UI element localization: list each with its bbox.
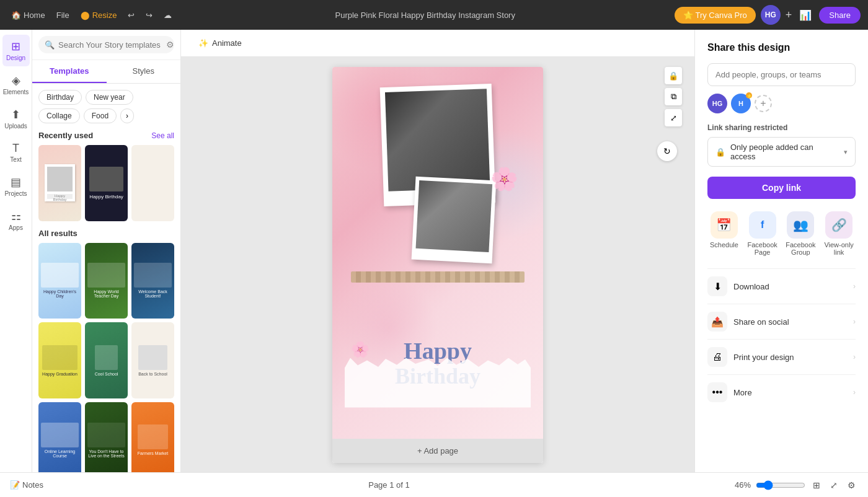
share-panel: Share this design HG H ⭐ + Link sharing …	[694, 30, 868, 472]
canvas-area: ✨ Animate 🔒 ⧉ ⤢ ↻	[181, 30, 694, 472]
template-thumb-6[interactable]: Welcome Back Student!	[131, 243, 174, 319]
link-sharing-section: Link sharing restricted 🔒 Only people ad…	[707, 123, 856, 167]
tag-food[interactable]: Food	[84, 108, 117, 123]
share-on-social-option[interactable]: 📤 Share on social ›	[707, 304, 856, 339]
facebook-group-action[interactable]: 👥 Facebook Group	[784, 211, 818, 256]
copy-link-button[interactable]: Copy link	[707, 177, 856, 199]
tag-collage[interactable]: Collage	[38, 108, 80, 123]
panel-tabs: Templates Styles	[32, 60, 180, 84]
add-page-button[interactable]: + Add page	[332, 439, 543, 463]
see-all-link[interactable]: See all	[151, 131, 174, 140]
file-button[interactable]: File	[53, 8, 73, 22]
notes-button[interactable]: 📝 Notes	[10, 480, 43, 490]
tag-birthday[interactable]: Birthday	[38, 90, 82, 105]
template-thumb-8[interactable]: Cool School	[85, 322, 128, 398]
resize-button[interactable]: ⬤ Resize	[77, 8, 121, 22]
template-thumb-12[interactable]: Farmers Market	[131, 402, 174, 472]
share-actions-grid: 📅 Schedule f Facebook Page 👥 Facebook Gr…	[707, 211, 856, 256]
print-label: Print your design	[733, 353, 853, 362]
template-thumb-4[interactable]: Happy Children's Day	[38, 243, 81, 319]
download-icon: ⬇	[707, 276, 727, 296]
topbar-right: ⭐ Try Canva Pro HG + 📊 Share	[675, 5, 861, 25]
search-input[interactable]	[58, 40, 162, 50]
facebook-page-label: Facebook Page	[746, 241, 779, 256]
canvas-design[interactable]: 🌸 🌸 Happy Birthday	[332, 67, 543, 439]
facebook-page-action[interactable]: f Facebook Page	[746, 211, 779, 256]
template-thumb-5[interactable]: Happy World Teacher Day	[85, 243, 128, 319]
share-social-label: Share on social	[733, 317, 853, 327]
link-sharing-label: Link sharing restricted	[707, 123, 856, 132]
sidebar-item-design[interactable]: ⊞ Design	[2, 35, 30, 66]
tag-newyear[interactable]: New year	[86, 90, 133, 105]
analytics-button[interactable]: 📊	[797, 7, 814, 24]
animate-icon: ✨	[198, 38, 208, 48]
left-sidebar: ⊞ Design ◈ Elements ⬆ Uploads T Text ▤ P…	[0, 30, 32, 472]
all-results-grid: Happy Children's Day Happy World Teacher…	[38, 243, 174, 472]
template-thumb-1[interactable]: Happy Birthday	[38, 145, 81, 221]
template-thumb-3[interactable]	[131, 145, 174, 221]
facebook-page-icon: f	[749, 211, 776, 239]
sidebar-item-text[interactable]: T Text	[2, 137, 30, 168]
facebook-group-icon: 👥	[787, 211, 814, 239]
user-avatar-hg[interactable]: HG	[761, 5, 781, 25]
expand-button[interactable]: ⤢	[665, 109, 682, 126]
bottom-right: 46% ⊞ ⤢ ⚙	[735, 478, 858, 493]
recently-used-grid: Happy Birthday Happy Birthday	[38, 145, 174, 221]
tab-templates[interactable]: Templates	[32, 60, 107, 83]
template-thumb-11[interactable]: You Don't Have to Live on the Streets	[85, 402, 128, 472]
redo-button[interactable]: ↪	[142, 8, 156, 22]
home-button[interactable]: 🏠 Home	[7, 8, 49, 22]
canvas-frame: 🌸 🌸 Happy Birthday + Add page	[332, 67, 543, 463]
panel-content: Birthday New year Collage Food › Recentl…	[32, 84, 180, 472]
sidebar-item-elements[interactable]: ◈ Elements	[2, 69, 30, 100]
print-option[interactable]: 🖨 Print your design ›	[707, 339, 856, 374]
animate-button[interactable]: ✨ Animate	[191, 35, 249, 51]
design-icon: ⊞	[11, 40, 20, 53]
tag-row: Birthday New year Collage Food ›	[38, 90, 174, 123]
template-thumb-9[interactable]: Back to School	[131, 322, 174, 398]
template-thumb-7[interactable]: Happy Graduation	[38, 322, 81, 398]
tab-styles[interactable]: Styles	[107, 60, 181, 83]
main-layout: ⊞ Design ◈ Elements ⬆ Uploads T Text ▤ P…	[0, 30, 868, 472]
canvas-wrapper[interactable]: 🔒 ⧉ ⤢ ↻	[181, 57, 694, 472]
template-thumb-2[interactable]: Happy Birthday	[85, 145, 128, 221]
undo-button[interactable]: ↩	[124, 8, 138, 22]
lock-button[interactable]: 🔒	[665, 67, 682, 84]
avatar-hg[interactable]: HG	[707, 94, 727, 113]
bottom-left: 📝 Notes	[10, 480, 43, 490]
save-button[interactable]: ☁	[160, 8, 175, 22]
filter-icon[interactable]: ⚙	[166, 40, 174, 50]
refresh-button[interactable]: ↻	[657, 141, 677, 161]
settings-button[interactable]: ⚙	[845, 478, 858, 493]
home-icon: 🏠	[11, 11, 21, 20]
add-collaborator-button[interactable]: +	[786, 9, 792, 22]
recently-used-header: Recently used See all	[38, 131, 174, 140]
resize-icon: ⬤	[81, 11, 90, 20]
link-access-dropdown[interactable]: 🔒 Only people added can access ▾	[707, 137, 856, 167]
download-option[interactable]: ⬇ Download ›	[707, 268, 856, 304]
more-option[interactable]: ••• More ›	[707, 374, 856, 410]
notes-icon: 📝	[10, 480, 20, 490]
try-canva-button[interactable]: ⭐ Try Canva Pro	[675, 7, 756, 24]
sidebar-item-uploads[interactable]: ⬆ Uploads	[2, 103, 30, 134]
share-button[interactable]: Share	[819, 7, 861, 24]
sidebar-item-apps[interactable]: ⚏ Apps	[2, 205, 30, 236]
grid-view-button[interactable]: ⊞	[810, 478, 823, 493]
all-results-title: All results	[38, 229, 78, 238]
sidebar-item-projects[interactable]: ▤ Projects	[2, 170, 30, 202]
add-person-button[interactable]: +	[755, 95, 772, 112]
expand-view-button[interactable]: ⤢	[828, 478, 840, 493]
chevron-down-icon: ▾	[844, 148, 848, 156]
all-results-header: All results	[38, 229, 174, 238]
copy-button[interactable]: ⧉	[665, 88, 682, 105]
avatar-h[interactable]: H ⭐	[731, 94, 751, 113]
share-people-input[interactable]	[707, 63, 856, 86]
recently-used-title: Recently used	[38, 131, 93, 140]
view-only-link-action[interactable]: 🔗 View-only link	[822, 211, 856, 256]
zoom-slider[interactable]	[756, 480, 805, 490]
tag-more-button[interactable]: ›	[120, 108, 134, 123]
schedule-action[interactable]: 📅 Schedule	[707, 211, 741, 256]
print-icon: 🖨	[707, 347, 727, 367]
schedule-icon: 📅	[711, 211, 738, 239]
template-thumb-10[interactable]: Online Learning Course	[38, 402, 81, 472]
